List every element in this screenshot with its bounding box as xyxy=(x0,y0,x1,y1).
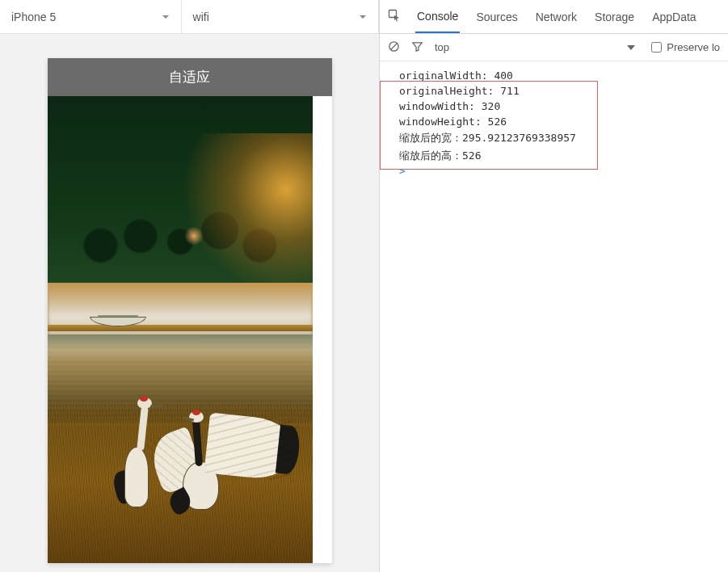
device-dropdown[interactable]: iPhone 5 xyxy=(0,0,182,33)
phone-frame: 自适应 xyxy=(48,58,332,563)
devtools-tabbar: Console Sources Network Storage AppData xyxy=(380,0,728,34)
tab-network[interactable]: Network xyxy=(534,2,579,32)
tab-sources[interactable]: Sources xyxy=(474,2,519,32)
device-dropdown-label: iPhone 5 xyxy=(11,11,56,23)
console-log-line: 缩放后的高：526 xyxy=(396,147,723,165)
tab-appdata[interactable]: AppData xyxy=(650,2,697,32)
network-dropdown-label: wifi xyxy=(193,11,209,23)
app-content[interactable] xyxy=(48,96,332,563)
simulator-viewport: 自适应 xyxy=(0,34,379,572)
preserve-log-label: Preserve lo xyxy=(667,41,720,53)
device-toolbar: iPhone 5 wifi xyxy=(0,0,379,34)
filter-icon[interactable] xyxy=(411,40,423,55)
app-title-text: 自适应 xyxy=(169,69,210,85)
caret-down-icon xyxy=(162,13,170,21)
console-prompt[interactable]: > xyxy=(396,165,723,177)
content-image xyxy=(48,96,313,563)
caret-down-icon xyxy=(359,13,367,21)
tab-console[interactable]: Console xyxy=(415,1,460,33)
simulator-pane: iPhone 5 wifi 自适应 xyxy=(0,0,380,572)
tab-storage[interactable]: Storage xyxy=(593,2,636,32)
svg-line-2 xyxy=(391,43,398,49)
console-output[interactable]: originalWidth: 400originalHeight: 711win… xyxy=(380,61,728,182)
level-dropdown-icon[interactable] xyxy=(627,45,635,50)
console-log-line: windowHeight: 526 xyxy=(396,114,723,129)
element-picker-icon[interactable] xyxy=(388,9,401,24)
preserve-log-toggle[interactable]: Preserve lo xyxy=(651,41,720,53)
preserve-log-checkbox[interactable] xyxy=(651,42,662,53)
context-label: top xyxy=(435,41,449,53)
app-title-bar: 自适应 xyxy=(48,58,332,96)
console-log-line: windowWidth: 320 xyxy=(396,99,723,114)
console-filterbar: top Preserve lo xyxy=(380,34,728,61)
network-dropdown[interactable]: wifi xyxy=(182,0,379,33)
console-log-line: 缩放后的宽：295.92123769338957 xyxy=(396,129,723,147)
clear-console-icon[interactable] xyxy=(388,40,400,55)
console-log-line: originalHeight: 711 xyxy=(396,83,723,99)
context-dropdown[interactable]: top xyxy=(435,41,449,53)
console-log-line: originalWidth: 400 xyxy=(396,68,723,83)
devtools-pane: Console Sources Network Storage AppData … xyxy=(380,0,728,572)
